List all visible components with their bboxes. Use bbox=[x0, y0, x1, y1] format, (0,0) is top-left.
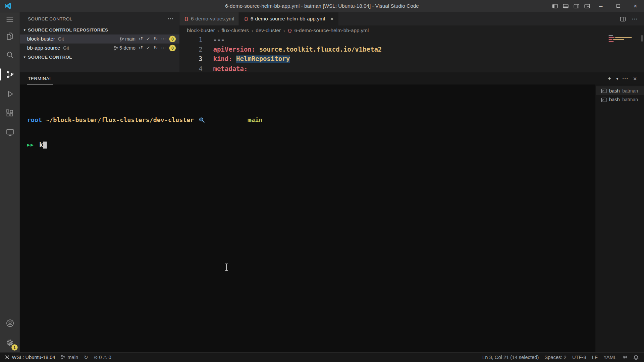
terminal-dropdown-icon[interactable]: ▾ bbox=[614, 73, 620, 84]
new-terminal-icon[interactable]: + bbox=[604, 73, 614, 84]
repo-name: block-buster bbox=[27, 36, 55, 42]
breadcrumb-separator: › bbox=[252, 27, 253, 33]
breadcrumb-item[interactable]: block-buster bbox=[187, 27, 215, 33]
bell-icon bbox=[633, 354, 639, 360]
activity-bar: 1 bbox=[0, 12, 20, 352]
section-repositories[interactable]: ▾ SOURCE CONTROL REPOSITORIES bbox=[20, 25, 179, 35]
yaml-file-icon: {} bbox=[184, 16, 189, 21]
maximize-button[interactable] bbox=[609, 0, 627, 12]
broadcast-icon bbox=[622, 354, 628, 360]
editor-scrollbar[interactable] bbox=[641, 35, 643, 41]
sync-icon[interactable]: ↺ bbox=[139, 45, 143, 51]
repo-row-block-buster[interactable]: block-buster Git main ↺ ✓ ↻ ⋯ 0 bbox=[20, 35, 179, 44]
explorer-icon[interactable] bbox=[0, 26, 20, 46]
branch-indicator[interactable]: main bbox=[58, 353, 81, 362]
chevron-down-icon: ▾ bbox=[21, 55, 28, 59]
language-mode-indicator[interactable]: YAML bbox=[600, 354, 619, 360]
code-line-current: 3 kind: HelmRepository bbox=[179, 55, 644, 64]
eol-indicator[interactable]: LF bbox=[589, 354, 600, 360]
vscode-logo-icon[interactable] bbox=[0, 0, 16, 12]
session-shell: bash bbox=[609, 97, 620, 103]
changes-badge: 0 bbox=[169, 45, 176, 51]
sidebar-title: SOURCE CONTROL bbox=[28, 16, 72, 21]
typed-command: k bbox=[39, 141, 43, 149]
toggle-panel-icon[interactable] bbox=[560, 0, 571, 12]
refresh-icon[interactable]: ↻ bbox=[154, 45, 158, 51]
terminal-viewport[interactable]: root ~/block-buster/flux-clusters/dev-cl… bbox=[20, 84, 596, 352]
customize-layout-icon[interactable] bbox=[582, 0, 592, 12]
tab-6-demo-source-helm-bb-app[interactable]: {} 6-demo-source-helm-bb-app.yml × bbox=[239, 12, 339, 25]
window-title: 6-demo-source-helm-bb-app.yml - batman [… bbox=[225, 3, 419, 9]
line-number: 3 bbox=[179, 55, 203, 64]
problems-indicator[interactable]: ⊘ 0 ⚠ 0 bbox=[91, 353, 114, 362]
terminal-input-line: ▶▶ k bbox=[27, 141, 596, 149]
toggle-secondary-sidebar-icon[interactable] bbox=[571, 0, 582, 12]
checkout-branch-button[interactable]: 5-demo bbox=[114, 45, 136, 51]
section-source-control[interactable]: ▾ SOURCE CONTROL bbox=[20, 53, 179, 62]
settings-gear-icon[interactable]: 1 bbox=[0, 333, 20, 352]
toggle-primary-sidebar-icon[interactable] bbox=[549, 0, 560, 12]
code-editor[interactable]: 1 --- 2 apiVersion: source.toolkit.fluxc… bbox=[179, 35, 644, 74]
session-host: batman bbox=[622, 97, 638, 102]
prompt-git-branch: main bbox=[248, 116, 262, 124]
repo-vcs-label: Git bbox=[58, 37, 64, 42]
repo-vcs-label: Git bbox=[63, 46, 69, 51]
branch-icon bbox=[119, 36, 124, 42]
split-editor-icon[interactable] bbox=[620, 17, 626, 21]
checkout-branch-button[interactable]: main bbox=[119, 36, 136, 42]
breadcrumb-item[interactable]: flux-clusters bbox=[222, 27, 249, 33]
section-repositories-label: SOURCE CONTROL REPOSITORIES bbox=[28, 27, 108, 33]
close-panel-icon[interactable]: × bbox=[630, 73, 640, 84]
terminal-panel: TERMINAL + ▾ ⋯ × root ~/block-buster/flu… bbox=[20, 72, 644, 352]
mouse-ibeam-cursor bbox=[224, 263, 229, 271]
tab-6-demo-values[interactable]: {} 6-demo-values.yml bbox=[179, 12, 239, 25]
minimize-button[interactable]: – bbox=[592, 0, 609, 12]
status-bar: WSL: Ubuntu-18.04 main ↻ ⊘ 0 ⚠ 0 Ln 3, C… bbox=[0, 352, 644, 362]
minimap[interactable] bbox=[608, 35, 641, 60]
notifications-indicator[interactable] bbox=[631, 354, 642, 360]
extensions-icon[interactable] bbox=[0, 104, 20, 123]
remote-explorer-icon[interactable] bbox=[0, 123, 20, 142]
terminal-session-item[interactable]: bash batman bbox=[596, 86, 644, 95]
indentation-indicator[interactable]: Spaces: 2 bbox=[542, 354, 570, 360]
repo-row-bb-app-source[interactable]: bb-app-source Git 5-demo ↺ ✓ ↻ ⋯ 0 bbox=[20, 44, 179, 53]
error-icon: ⊘ bbox=[94, 354, 98, 360]
settings-badge: 1 bbox=[11, 344, 17, 350]
more-actions-icon[interactable]: ⋯ bbox=[161, 45, 166, 51]
terminal-prompt-line: root ~/block-buster/flux-clusters/dev-cl… bbox=[27, 99, 596, 141]
run-and-debug-icon[interactable] bbox=[0, 84, 20, 104]
terminal-sessions-list: bash batman bash batman bbox=[596, 84, 644, 352]
sync-indicator[interactable]: ↻ bbox=[81, 353, 91, 362]
prompt-arrows-icon: ▶▶ bbox=[27, 141, 34, 149]
more-actions-icon[interactable]: ⋯ bbox=[161, 36, 166, 42]
breadcrumb: block-buster › flux-clusters › dev-clust… bbox=[179, 25, 644, 35]
source-control-icon[interactable] bbox=[0, 65, 20, 84]
menu-icon[interactable] bbox=[0, 12, 20, 26]
close-tab-icon[interactable]: × bbox=[330, 16, 334, 22]
cursor-position-indicator[interactable]: Ln 3, Col 21 (14 selected) bbox=[479, 354, 541, 360]
sidebar-more-icon[interactable]: ⋯ bbox=[167, 15, 174, 22]
tab-terminal[interactable]: TERMINAL bbox=[27, 72, 53, 85]
yaml-file-icon: {} bbox=[287, 28, 292, 33]
sync-icon: ↻ bbox=[84, 354, 88, 360]
encoding-indicator[interactable]: UTF-8 bbox=[569, 354, 589, 360]
commit-check-icon[interactable]: ✓ bbox=[146, 36, 150, 42]
close-window-button[interactable]: × bbox=[627, 0, 644, 12]
terminal-icon bbox=[601, 98, 607, 102]
accounts-icon[interactable] bbox=[0, 314, 20, 333]
yaml-file-icon: {} bbox=[244, 16, 248, 21]
editor-more-actions-icon[interactable]: ⋯ bbox=[632, 16, 637, 22]
refresh-icon[interactable]: ↻ bbox=[154, 36, 158, 42]
terminal-session-item[interactable]: bash batman bbox=[596, 95, 644, 104]
branch-icon bbox=[61, 355, 65, 360]
commit-check-icon[interactable]: ✓ bbox=[146, 45, 150, 51]
search-icon[interactable] bbox=[0, 46, 20, 65]
panel-more-icon[interactable]: ⋯ bbox=[620, 73, 630, 84]
ports-indicator[interactable] bbox=[620, 354, 631, 360]
breadcrumb-item[interactable]: dev-cluster bbox=[256, 27, 281, 33]
breadcrumb-item[interactable]: 6-demo-source-helm-bb-app.yml bbox=[294, 27, 369, 33]
sync-icon[interactable]: ↺ bbox=[139, 36, 143, 42]
prompt-path: ~/block-buster/flux-clusters/dev-cluster bbox=[46, 116, 194, 124]
session-shell: bash bbox=[609, 88, 620, 94]
remote-indicator[interactable]: WSL: Ubuntu-18.04 bbox=[2, 353, 58, 362]
